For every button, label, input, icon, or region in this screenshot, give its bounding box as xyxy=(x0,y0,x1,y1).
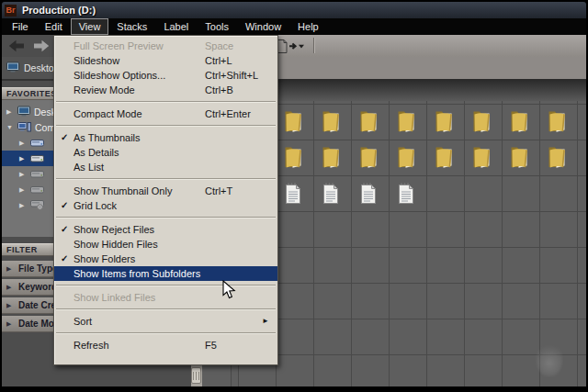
menu-item-label: Slideshow Options... xyxy=(74,70,165,81)
menu-item-label: Grid Lock xyxy=(74,200,117,211)
menu-item-label: As List xyxy=(74,162,104,173)
scrollbar-thumb[interactable] xyxy=(191,367,201,384)
twist-right-icon[interactable]: ▶ xyxy=(6,302,14,309)
menu-item-show-items-from-subfolders[interactable]: Show Items from Subfolders xyxy=(54,266,277,281)
folder-icon[interactable] xyxy=(396,109,416,137)
menu-item-shortcut: Space xyxy=(205,39,233,53)
folder-icon[interactable] xyxy=(509,109,529,137)
bridge-app-icon: Br xyxy=(5,5,17,17)
menu-item-show-hidden-files[interactable]: Show Hidden Files xyxy=(54,237,277,252)
menu-item-review-mode[interactable]: Review ModeCtrl+B xyxy=(54,83,277,97)
desktop-icon xyxy=(6,60,19,76)
twist-right-icon[interactable]: ▶ xyxy=(19,140,27,147)
folder-icon[interactable] xyxy=(283,109,303,137)
menu-item-as-details[interactable]: As Details xyxy=(54,145,277,160)
menu-item-shortcut: Ctrl+T xyxy=(205,184,232,198)
folder-icon[interactable] xyxy=(547,109,567,137)
checkmark-icon: ✓ xyxy=(61,252,72,266)
menu-item-shortcut: Ctrl+Shift+L xyxy=(205,68,258,83)
menu-item-label: Show Folders xyxy=(74,253,135,264)
menu-separator xyxy=(56,101,276,103)
menubar-item-file[interactable]: File xyxy=(4,18,37,35)
menu-item-slideshow-options[interactable]: Slideshow Options...Ctrl+Shift+L xyxy=(54,68,277,83)
app-window: Br Production (D:) FileEditViewStacksLab… xyxy=(0,0,588,392)
menu-item-as-thumbnails[interactable]: ✓As Thumbnails xyxy=(54,130,277,145)
folder-icon[interactable] xyxy=(396,145,416,173)
document-icon[interactable] xyxy=(322,182,340,208)
menu-item-label: Show Linked Files xyxy=(74,292,155,303)
menu-separator xyxy=(56,332,276,334)
folder-icon[interactable] xyxy=(471,145,492,173)
twist-right-icon[interactable]: ▶ xyxy=(6,108,14,116)
document-icon[interactable] xyxy=(397,182,415,208)
folder-icon[interactable] xyxy=(321,145,341,173)
menubar-item-tools[interactable]: Tools xyxy=(197,18,237,35)
twist-right-icon[interactable]: ▶ xyxy=(6,265,14,273)
folder-icon[interactable] xyxy=(584,145,586,173)
menu-item-compact-mode[interactable]: Compact ModeCtrl+Enter xyxy=(54,106,277,121)
menu-item-as-list[interactable]: As List xyxy=(54,160,277,174)
drive-blue-icon xyxy=(30,135,44,151)
menubar-item-window[interactable]: Window xyxy=(237,18,289,35)
menu-item-label: Compact Mode xyxy=(74,108,142,119)
folder-icon[interactable] xyxy=(509,145,529,173)
menu-separator xyxy=(56,178,276,180)
menu-item-label: Show Reject Files xyxy=(74,224,154,235)
window-title: Production (D:) xyxy=(22,5,96,16)
menu-item-label: As Details xyxy=(74,147,119,158)
folder-icon[interactable] xyxy=(434,109,454,137)
folder-icon[interactable] xyxy=(358,145,379,173)
menu-item-label: Show Hidden Files xyxy=(74,239,158,250)
menu-item-show-folders[interactable]: ✓Show Folders xyxy=(54,252,277,266)
folder-icon[interactable] xyxy=(584,109,586,137)
menu-item-label: Slideshow xyxy=(74,55,119,66)
menu-item-label: Full Screen Preview xyxy=(74,40,164,51)
menu-item-label: Show Thumbnail Only xyxy=(74,185,172,196)
open-recent-file-icon[interactable] xyxy=(277,39,310,58)
menubar-item-stacks[interactable]: Stacks xyxy=(108,18,155,35)
menu-item-shortcut: F5 xyxy=(205,338,217,353)
twist-right-icon[interactable]: ▶ xyxy=(6,320,14,328)
folder-icon[interactable] xyxy=(283,145,303,173)
twist-right-icon[interactable]: ▶ xyxy=(19,171,27,178)
menu-item-show-reject-files[interactable]: ✓Show Reject Files xyxy=(54,222,277,237)
folder-icon[interactable] xyxy=(434,145,454,173)
menu-item-refresh[interactable]: RefreshF5 xyxy=(54,338,277,353)
forward-button[interactable] xyxy=(33,39,50,57)
menubar-item-view[interactable]: View xyxy=(71,18,109,35)
ghost-thumbnail xyxy=(537,342,562,376)
monitor-icon xyxy=(17,104,30,120)
twist-right-icon[interactable]: ▶ xyxy=(6,284,14,291)
folder-icon[interactable] xyxy=(547,145,567,173)
twist-right-icon[interactable]: ▶ xyxy=(19,202,27,209)
document-icon[interactable] xyxy=(359,182,378,208)
document-icon[interactable] xyxy=(284,182,302,208)
menu-item-show-linked-files[interactable]: Show Linked Files xyxy=(54,290,277,305)
menu-item-slideshow[interactable]: SlideshowCtrl+L xyxy=(54,53,277,68)
back-button[interactable] xyxy=(8,39,25,57)
menu-bar: FileEditViewStacksLabelToolsWindowHelp xyxy=(2,18,586,35)
menubar-item-label[interactable]: Label xyxy=(155,18,197,35)
folder-icon[interactable] xyxy=(321,109,341,137)
menu-item-sort[interactable]: Sort► xyxy=(54,314,277,329)
folder-icon[interactable] xyxy=(471,109,492,137)
twist-down-icon[interactable]: ▼ xyxy=(6,124,14,130)
menu-separator xyxy=(56,217,276,218)
folder-icon[interactable] xyxy=(358,109,379,137)
menu-item-label: Refresh xyxy=(74,340,109,351)
menu-item-shortcut: Ctrl+L xyxy=(205,53,232,68)
menubar-item-help[interactable]: Help xyxy=(289,18,327,35)
menu-item-shortcut: Ctrl+B xyxy=(205,83,233,97)
view-dropdown-menu: Full Screen PreviewSpaceSlideshowCtrl+LS… xyxy=(53,35,278,365)
checkmark-icon: ✓ xyxy=(61,130,72,145)
menu-item-show-thumbnail-only[interactable]: Show Thumbnail OnlyCtrl+T xyxy=(54,184,277,198)
title-bar: Br Production (D:) xyxy=(2,2,586,18)
menubar-item-edit[interactable]: Edit xyxy=(37,18,71,35)
twist-right-icon[interactable]: ▶ xyxy=(19,186,27,194)
menu-separator xyxy=(56,125,276,127)
menu-item-label: Review Mode xyxy=(74,84,135,95)
computer-icon xyxy=(17,119,31,136)
twist-right-icon[interactable]: ▶ xyxy=(19,155,27,162)
menu-item-full-screen-preview[interactable]: Full Screen PreviewSpace xyxy=(54,39,277,53)
menu-item-grid-lock[interactable]: ✓Grid Lock xyxy=(54,198,277,213)
